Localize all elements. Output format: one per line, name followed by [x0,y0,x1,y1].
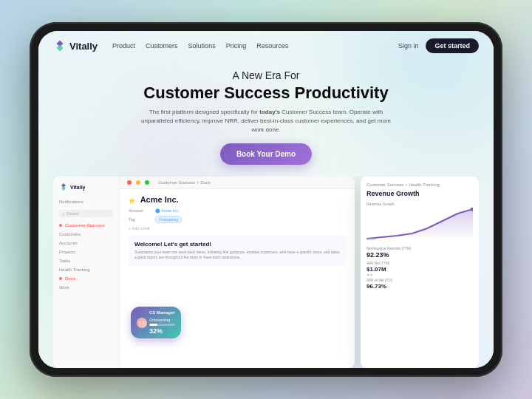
welcome-box: Welcome! Let's get started! Summarize yo… [129,235,346,266]
sidebar-logo-icon [59,183,68,191]
onboarding-badge: Onboarding [155,216,182,223]
revenue-chart-svg: $18.0K [366,208,473,241]
nav-pricing[interactable]: Pricing [226,42,247,50]
window-close-btn[interactable] [127,180,132,185]
search-icon: ⌕ [62,211,65,216]
sidebar-work-label: Work [59,285,69,290]
navbar: Vitally Product Customers Solutions Pric… [38,31,494,61]
svg-text:$18.0K: $18.0K [366,237,376,241]
arr-metrics: ARR Net (TTM) $1.07M ▲▲ ARR w/ Net (ITD)… [366,262,473,290]
sidebar-item-customer-success[interactable]: Customer Success [53,221,119,230]
add-link[interactable]: + Add a link [129,226,346,231]
signin-link[interactable]: Sign in [398,42,419,50]
logo[interactable]: Vitally [53,39,98,52]
sidebar-docs-label: Docs [65,276,76,281]
sidebar-item-notifications[interactable]: Notifications [53,197,119,206]
nav-actions: Sign in Get started [398,38,479,53]
docs-active-dot [59,277,62,280]
sidebar-health-label: Health Tracking [59,267,90,272]
tag-label: Tag [129,217,151,222]
svg-marker-3 [61,186,66,191]
arr-gross-value: 96.73% [366,283,473,290]
tag-row: Tag Onboarding [129,216,346,223]
arr-value: $1.07M [366,266,473,273]
account-label: Account [129,208,151,213]
sidebar-accounts-label: Accounts [59,241,78,245]
panel2-breadcrumb: Customer Success > Health Tracking [366,183,473,187]
tablet-screen: Vitally Product Customers Solutions Pric… [38,31,494,368]
nav-links: Product Customers Solutions Pricing Reso… [112,42,398,50]
cs-badge-label: CS Manager [149,310,175,315]
health-tracking-panel: Customer Success > Health Tracking Reven… [361,177,479,368]
sidebar-cs-label: Customer Success [65,223,105,228]
sidebar-item-accounts[interactable]: Accounts [53,239,119,248]
breadcrumb: Customer Success > Docs [158,180,211,185]
account-value: ⬤ Acme Inc. [155,208,180,213]
progress-section: Onboarding ↑ 32% [149,318,175,335]
progress-label: Onboarding ↑ [149,318,175,322]
get-started-button[interactable]: Get started [426,38,479,53]
sidebar-tasks-label: Tasks [59,259,70,263]
app-sidebar: Vitally Notifications ⌕ Search [53,177,120,368]
app-window-main: Vitally Notifications ⌕ Search [53,177,355,368]
sidebar-projects-label: Projects [59,250,75,254]
sidebar-search-label: Search [66,211,79,216]
app-main-content: Customer Success > Docs ⭐ Acme Inc. Acco… [120,177,355,368]
window-min-btn[interactable] [136,180,140,185]
sidebar-search-container: ⌕ Search [53,208,119,219]
sidebar-item-work[interactable]: Work [53,283,119,292]
sidebar-header: Vitally [53,183,119,197]
arr-label: ARR Net (TTM) [366,262,473,265]
net-revenue-label: Net Revenue Retention (TTM) [366,247,473,250]
nav-solutions[interactable]: Solutions [188,42,216,50]
cs-manager-badge: CS CS Manager Onboarding ↑ 32% [131,307,181,338]
book-demo-button[interactable]: Book Your Demo [220,143,312,165]
net-revenue-value: 92.23% [366,251,473,259]
progress-bar-bg [149,324,175,326]
hero-section: A New Era For Customer Success Productiv… [38,61,494,177]
progress-value: 32% [149,327,175,335]
sidebar-item-health-tracking[interactable]: Health Tracking [53,265,119,274]
app-content-area: ⭐ Acme Inc. Account ⬤ Acme Inc. Tag Onbo… [120,189,355,368]
panel2-title: Revenue Growth [366,190,473,197]
hero-description: The first platform designed specifically… [140,108,392,134]
sidebar-customers-label: Customers [59,232,81,236]
revenue-chart: Revenue Growth [366,202,473,242]
sidebar-notifications-label: Notifications [59,200,83,204]
sidebar-item-customers[interactable]: Customers [53,230,119,239]
svg-marker-1 [57,45,64,52]
net-revenue-metric: Net Revenue Retention (TTM) 92.23% [366,247,473,259]
tablet-device: Vitally Product Customers Solutions Pric… [30,22,502,377]
window-max-btn[interactable] [145,180,149,185]
app-topbar: Customer Success > Docs [120,177,355,189]
welcome-title: Welcome! Let's get started! [134,241,340,248]
chart-label: Revenue Growth [366,202,473,206]
metrics-row: Net Revenue Retention (TTM) 92.23% [366,247,473,259]
nav-product[interactable]: Product [112,42,135,50]
sidebar-item-docs[interactable]: Docs [53,274,119,283]
website: Vitally Product Customers Solutions Pric… [38,31,494,368]
welcome-desc: Summarize your team into work-back items… [134,250,340,260]
nav-resources[interactable]: Resources [256,42,288,50]
account-row: Account ⬤ Acme Inc. [129,208,346,213]
cs-avatar: CS [137,318,147,328]
logo-text: Vitally [69,41,98,52]
arr-sub: ▲▲ [366,273,473,276]
progress-bar-fill [149,324,157,326]
app-preview: Vitally Notifications ⌕ Search [53,177,479,368]
hero-subtitle: A New Era For [68,69,464,81]
company-name: Acme Inc. [140,195,179,204]
sidebar-search-box[interactable]: ⌕ Search [59,210,113,217]
hero-title: Customer Success Productivity [68,84,464,102]
sidebar-item-tasks[interactable]: Tasks [53,256,119,265]
company-title: ⭐ Acme Inc. [129,195,346,204]
vitally-logo-icon [53,39,66,52]
cs-badge-content: CS Manager Onboarding ↑ 32% [149,310,175,335]
sidebar-logo-text: Vitally [70,185,86,190]
active-dot [59,224,62,227]
nav-customers[interactable]: Customers [146,42,178,50]
sidebar-item-projects[interactable]: Projects [53,248,119,256]
arr-gross-label: ARR w/ Net (ITD) [366,279,473,282]
